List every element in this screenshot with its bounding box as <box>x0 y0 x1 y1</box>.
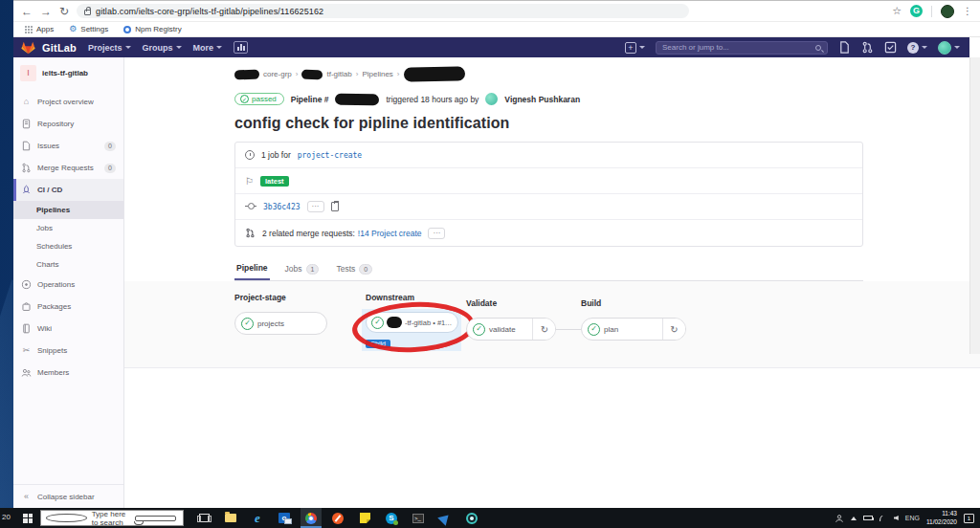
collapse-sidebar-button[interactable]: « Collapse sidebar <box>13 484 123 509</box>
sidebar-item-repository[interactable]: Repository <box>13 113 123 135</box>
bookmark-settings[interactable]: ⚙ Settings <box>69 25 108 33</box>
clock-icon <box>245 150 255 160</box>
notification-center-icon[interactable]: 1 <box>964 514 974 523</box>
status-badge[interactable]: ✓ passed <box>234 93 284 105</box>
chrome-button[interactable] <box>301 508 322 528</box>
sidebar-item-cicd[interactable]: CI / CD <box>13 179 123 201</box>
sticky-notes-button[interactable] <box>354 508 375 528</box>
help-menu[interactable]: ? <box>907 42 927 54</box>
sidebar-item-packages[interactable]: Packages <box>13 296 123 318</box>
file-explorer-button[interactable] <box>220 508 241 528</box>
user-menu[interactable] <box>938 41 960 55</box>
vscode-button[interactable] <box>434 508 456 528</box>
skype-button[interactable]: S <box>381 508 402 528</box>
breadcrumb-pipelines[interactable]: Pipelines <box>362 70 392 78</box>
bookmark-apps[interactable]: Apps <box>25 25 54 33</box>
latest-badge: latest <box>260 176 289 187</box>
breadcrumb-project[interactable]: tf-gitlab <box>326 70 351 78</box>
latest-row: ⚐ latest <box>235 168 862 194</box>
battery-icon[interactable] <box>863 516 873 520</box>
retry-job-button[interactable]: ↻ <box>662 319 685 340</box>
sidebar-project-header[interactable]: I ielts-tf-gitlab <box>13 57 123 91</box>
clock[interactable]: 11:43 11/02/2020 <box>926 510 957 526</box>
gitlab-page: I ielts-tf-gitlab ⌂ Project overview Rep… <box>13 57 980 509</box>
job-plan[interactable]: ✓ plan ↻ <box>581 318 686 341</box>
address-bar[interactable]: gitlab.com/ielts-core-grp/ielts-tf-gitla… <box>77 4 689 18</box>
merge-requests-nav-icon[interactable] <box>861 41 874 54</box>
page-scrollbar[interactable]: ▲ <box>969 57 980 354</box>
postman-button[interactable] <box>327 508 348 528</box>
mr-text: 2 related merge requests: <box>262 229 355 238</box>
sidebar-item-project-overview[interactable]: ⌂ Project overview <box>13 91 123 113</box>
todos-nav-icon[interactable] <box>884 41 897 54</box>
nav-projects-menu[interactable]: Projects <box>88 43 131 53</box>
issues-nav-icon[interactable] <box>838 41 851 54</box>
sidebar-item-wiki[interactable]: Wiki <box>13 318 123 340</box>
mr-expand-button[interactable]: ··· <box>428 228 445 239</box>
grammarly-extension-icon[interactable]: G <box>910 5 923 17</box>
gitlab-brand-text[interactable]: GitLab <box>42 42 77 54</box>
job-projects[interactable]: ✓ projects <box>234 312 327 335</box>
sidebar-item-pipelines[interactable]: Pipelines <box>13 201 123 219</box>
microphone-icon[interactable] <box>135 516 176 521</box>
hidden-icons-caret[interactable] <box>851 517 857 520</box>
sidebar-item-issues[interactable]: Issues 0 <box>13 135 123 157</box>
refresh-icon[interactable]: ↻ <box>59 6 69 17</box>
sidebar-item-operations[interactable]: Operations <box>13 274 123 296</box>
sidebar-item-schedules[interactable]: Schedules <box>13 237 123 255</box>
breadcrumb-group[interactable]: core-grp <box>263 70 292 78</box>
tab-tests[interactable]: Tests0 <box>334 258 374 280</box>
speaker-icon[interactable] <box>894 516 899 520</box>
commit-expand-button[interactable]: ··· <box>307 201 324 212</box>
nav-groups-menu[interactable]: Groups <box>143 43 182 53</box>
task-view-button[interactable] <box>193 508 214 528</box>
back-icon[interactable]: ← <box>21 6 33 17</box>
search-input[interactable]: Search or jump to... <box>656 41 828 55</box>
author-avatar[interactable] <box>485 93 498 105</box>
job-validate[interactable]: ✓ validate ↻ <box>466 318 556 341</box>
gitlab-logo-icon[interactable] <box>21 41 35 55</box>
success-check-icon: ✓ <box>371 317 384 329</box>
redaction-blob <box>335 93 379 105</box>
taskbar-search-input[interactable]: Type here to search <box>40 510 184 526</box>
sidebar-item-label: Wiki <box>37 324 116 333</box>
taskbar-search-placeholder: Type here to search <box>92 510 131 527</box>
breadcrumb: core-grp › tf-gitlab › Pipelines › <box>124 57 980 87</box>
command-prompt-button[interactable]: >_ <box>408 508 429 528</box>
bookmark-star-icon[interactable]: ☆ <box>892 5 902 17</box>
sidebar-item-jobs[interactable]: Jobs <box>13 219 123 237</box>
bookmark-npm-registry[interactable]: Npm Registry <box>123 25 181 33</box>
sidebar-item-snippets[interactable]: ✂ Snippets <box>13 340 123 362</box>
tab-pipeline[interactable]: Pipeline <box>234 258 270 280</box>
people-icon[interactable] <box>835 514 844 523</box>
author-name[interactable]: Vignesh Pushkaran <box>504 95 580 104</box>
url-text[interactable]: gitlab.com/ielts-core-grp/ielts-tf-gitla… <box>96 7 323 16</box>
outlook-button[interactable]: o <box>274 508 295 528</box>
sidebar-item-merge-requests[interactable]: Merge Requests 0 <box>13 157 123 179</box>
retry-job-button[interactable]: ↻ <box>532 319 555 340</box>
mr-link[interactable]: !14 Project create <box>358 229 422 238</box>
language-indicator[interactable]: ENG <box>905 515 920 521</box>
teal-app-button[interactable] <box>461 508 482 528</box>
mr-count-badge: 0 <box>104 164 116 173</box>
chevron-down-icon <box>125 46 131 49</box>
ref-link[interactable]: project-create <box>298 151 362 160</box>
search-placeholder: Search or jump to... <box>662 43 729 52</box>
nav-more-menu[interactable]: More <box>193 43 223 53</box>
internet-explorer-button[interactable]: e <box>247 508 268 528</box>
sidebar-item-charts[interactable]: Charts <box>13 255 123 274</box>
tab-jobs[interactable]: Jobs1 <box>283 258 322 280</box>
copy-commit-icon[interactable] <box>331 202 339 211</box>
downstream-pipeline-link[interactable]: ✓ -tf-gitlab • #11... <box>366 312 458 333</box>
browser-menu-icon[interactable]: ⋮ <box>963 6 972 16</box>
commit-link[interactable]: 3b36c423 <box>263 203 301 211</box>
network-icon[interactable] <box>880 516 887 521</box>
forward-icon[interactable]: → <box>40 6 52 17</box>
start-button[interactable] <box>15 508 40 528</box>
sidebar-item-members[interactable]: Members <box>13 362 123 384</box>
flag-icon: ⚐ <box>245 176 254 187</box>
charts-nav-icon[interactable] <box>234 41 248 54</box>
browser-profile-avatar[interactable] <box>941 5 954 18</box>
new-menu[interactable]: + <box>625 42 645 54</box>
bookmark-label: Settings <box>80 25 108 33</box>
